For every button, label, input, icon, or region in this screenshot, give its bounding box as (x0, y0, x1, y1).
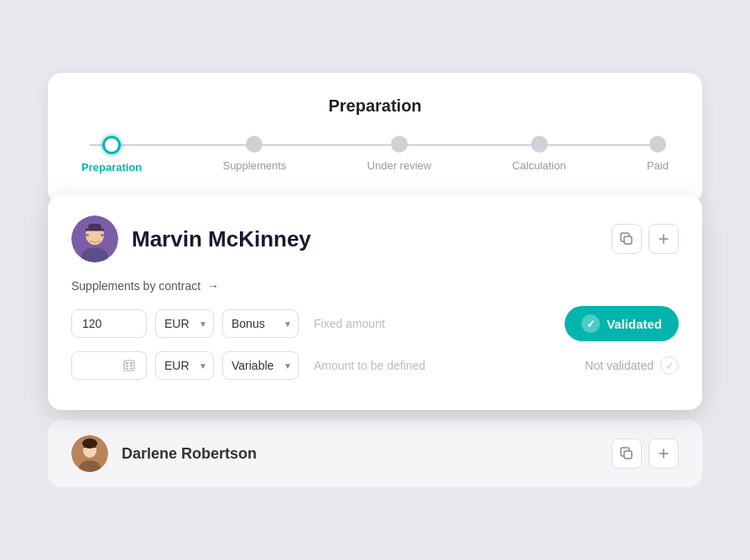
validated-button[interactable]: ✓ Validated (565, 306, 679, 341)
bottom-card: Darlene Robertson (48, 420, 702, 487)
main-card: Marvin McKinney Supplements by contrac (48, 195, 702, 410)
calc-icon-wrapper (71, 351, 147, 380)
bottom-header-actions (612, 438, 679, 469)
step-dot-supplements (246, 136, 263, 153)
user-header: Marvin McKinney (71, 215, 679, 262)
outer-container: Preparation Preparation Supplements Unde… (31, 56, 719, 504)
step-dot-preparation (102, 136, 121, 154)
currency-select-2[interactable]: EUR USD GBP (155, 351, 214, 380)
bottom-add-button[interactable] (648, 438, 679, 469)
step-dot-under-review (391, 136, 408, 153)
amount-input-1[interactable] (71, 309, 147, 338)
svg-rect-4 (101, 234, 104, 236)
copy-icon-bottom (620, 447, 633, 460)
type-select-wrapper-2: Variable Bonus Fixed ▼ (222, 351, 299, 380)
step-label-calculation: Calculation (512, 159, 565, 172)
check-circle-icon: ✓ (581, 314, 600, 333)
steps-container: Preparation Supplements Under review Cal… (81, 136, 669, 174)
svg-rect-10 (130, 362, 133, 364)
placeholder-variable: Amount to be defined (307, 359, 576, 372)
currency-select-1[interactable]: EUR USD GBP (155, 309, 214, 338)
supplement-row-1: EUR USD GBP ▼ Bonus Variable Fixed ▼ Fix… (71, 306, 679, 341)
svg-rect-19 (624, 451, 632, 459)
plus-icon-bottom (657, 447, 670, 460)
currency-select-wrapper-2: EUR USD GBP ▼ (155, 351, 214, 380)
step-under-review[interactable]: Under review (367, 136, 432, 172)
copy-button[interactable] (612, 224, 642, 254)
arrow-icon: → (207, 279, 219, 293)
plus-icon (657, 232, 670, 246)
validate-check-button[interactable]: ✓ (660, 356, 679, 375)
steps-card: Preparation Preparation Supplements Unde… (48, 73, 702, 204)
type-select-1[interactable]: Bonus Variable Fixed (222, 309, 299, 338)
header-actions (612, 224, 679, 254)
svg-rect-14 (130, 368, 133, 370)
step-calculation[interactable]: Calculation (512, 136, 565, 172)
user-info: Marvin McKinney (71, 215, 311, 262)
step-label-supplements: Supplements (222, 159, 286, 172)
type-select-2[interactable]: Variable Bonus Fixed (222, 351, 299, 380)
step-supplements[interactable]: Supplements (222, 136, 286, 172)
step-paid[interactable]: Paid (647, 136, 669, 172)
placeholder-fixed: Fixed amount (307, 317, 556, 330)
supplement-row-2: EUR USD GBP ▼ Variable Bonus Fixed ▼ Amo… (71, 351, 679, 380)
step-label-under-review: Under review (367, 159, 432, 172)
bottom-user-name: Darlene Robertson (122, 445, 257, 463)
not-validated-status: Not validated ✓ (585, 356, 679, 375)
user-name: Marvin McKinney (132, 226, 311, 252)
svg-rect-9 (126, 362, 128, 364)
calculator-icon (122, 359, 136, 372)
supplements-label: Supplements by contract → (71, 279, 679, 293)
step-dot-calculation (531, 136, 548, 153)
step-label-paid: Paid (647, 159, 669, 172)
avatar-darlene (71, 435, 108, 472)
step-label-preparation: Preparation (81, 161, 142, 174)
type-select-wrapper-1: Bonus Variable Fixed ▼ (222, 309, 299, 338)
add-button[interactable] (648, 224, 679, 254)
validated-label: Validated (607, 317, 662, 331)
step-dot-paid (649, 136, 666, 153)
svg-rect-11 (126, 366, 128, 367)
page-title: Preparation (81, 96, 669, 116)
svg-rect-8 (124, 360, 134, 371)
not-validated-label: Not validated (585, 359, 654, 372)
avatar (71, 215, 118, 262)
currency-select-wrapper-1: EUR USD GBP ▼ (155, 309, 214, 338)
step-preparation[interactable]: Preparation (81, 136, 142, 174)
svg-rect-7 (624, 236, 632, 244)
bottom-copy-button[interactable] (612, 438, 642, 469)
bottom-user-info: Darlene Robertson (71, 435, 257, 472)
svg-rect-3 (86, 234, 89, 236)
copy-icon (620, 232, 633, 246)
svg-rect-12 (130, 366, 133, 367)
svg-rect-13 (126, 368, 128, 370)
